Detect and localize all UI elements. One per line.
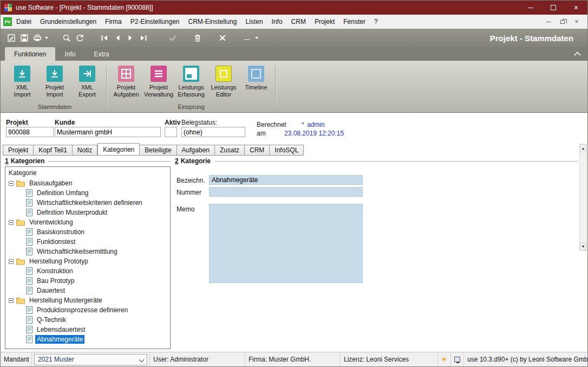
menu-item-projekt[interactable]: Projekt <box>310 16 339 28</box>
edit-button[interactable] <box>5 31 18 44</box>
close-button[interactable]: × <box>565 1 587 15</box>
projekt-aufgaben-icon <box>118 66 134 82</box>
document-icon <box>26 326 32 333</box>
theme-button[interactable]: ☀ <box>438 352 451 366</box>
bezeichn-field[interactable] <box>209 175 363 185</box>
tree-item[interactable]: Produktionsprozesse definieren <box>5 305 170 315</box>
menu-item-datei[interactable]: Datei <box>12 16 36 28</box>
print-dropdown-icon[interactable] <box>45 37 48 39</box>
left-panel-header: 1 Kategorien <box>5 157 171 165</box>
tree-expander-minus-icon[interactable] <box>9 181 14 186</box>
tab-crm[interactable]: CRM <box>245 145 270 156</box>
tab-kopf-teil1[interactable]: Kopf Teil1 <box>34 145 72 156</box>
mandant-select[interactable]: 2021 Muster <box>34 354 147 365</box>
tree-item[interactable]: Basiskonstrution <box>5 227 170 237</box>
kunde-field[interactable] <box>55 127 161 137</box>
scroll-up-button[interactable]: ▲ <box>580 144 586 152</box>
refresh-button[interactable] <box>73 31 86 44</box>
scroll-down-button[interactable]: ▼ <box>580 242 586 250</box>
menu-item-hilfe[interactable]: ? <box>370 16 382 28</box>
tree-item[interactable]: Herstellung Mustergeräte <box>5 295 170 305</box>
tab-beteiligte[interactable]: Beteiligte <box>140 145 177 156</box>
tree-item[interactable]: Vorentwicklung <box>5 217 170 227</box>
right-panel-header-number: 2 <box>175 157 179 165</box>
projekt-field-label: Projekt <box>6 119 28 126</box>
tree-column-header[interactable]: Kategorie <box>5 167 170 178</box>
menu-item-firma[interactable]: Firma <box>101 16 126 28</box>
vertical-scrollbar[interactable]: ▲ ▼ <box>579 144 587 251</box>
menu-item-listen[interactable]: Listen <box>241 16 267 28</box>
tree-item[interactable]: Herstellung Prototyp <box>5 256 170 266</box>
tree-item[interactable]: Wirtschaftlichkeitsermittlung <box>5 247 170 256</box>
nav-first-icon <box>100 33 109 43</box>
menu-item-p2-einstellungen[interactable]: P2-Einstellungen <box>126 16 184 28</box>
ribbon-tab-info[interactable]: Info <box>55 47 84 61</box>
document-icon <box>26 267 32 275</box>
tree-expander-minus-icon[interactable] <box>9 259 14 264</box>
mdi-minimize-button[interactable] <box>543 17 554 26</box>
print-button[interactable] <box>31 31 44 44</box>
tree-item[interactable]: Q-Technik <box>5 315 170 325</box>
xml-export-button[interactable]: XML Export <box>72 64 102 98</box>
zoom-button[interactable] <box>60 31 73 44</box>
ribbon-button-label: Projekt Verwaltung <box>144 84 173 98</box>
ribbon-button-label: Projekt Aufgaben <box>113 84 139 98</box>
mdi-restore-button[interactable] <box>557 17 568 26</box>
nav-next-button[interactable] <box>124 31 137 44</box>
tab-projekt[interactable]: Projekt <box>3 145 34 156</box>
pv-app-badge[interactable]: PV <box>3 17 12 26</box>
leistungs-erfassung-button[interactable]: Leistungs Erfassung <box>176 64 206 98</box>
timeline-button[interactable]: Timeline <box>241 64 271 91</box>
menu-item-grundeinstellungen[interactable]: Grundeinstellungen <box>36 16 101 28</box>
tab-kategorien[interactable]: Kategorien <box>97 143 140 156</box>
tree-item[interactable]: Funktionstest <box>5 237 170 247</box>
cancel-button[interactable] <box>216 31 229 44</box>
tree-item[interactable]: Definition Musterprodukt <box>5 208 170 217</box>
ribbon-tab-funktionen[interactable]: Funktionen <box>5 47 55 61</box>
nav-last-button[interactable] <box>137 31 150 44</box>
tree-item[interactable]: Bau Prototyp <box>5 276 170 286</box>
more-dropdown-icon[interactable] <box>255 37 258 39</box>
projekt-field[interactable] <box>6 127 54 137</box>
tab-notiz[interactable]: Notiz <box>73 145 97 156</box>
nummer-field[interactable] <box>209 187 363 197</box>
xml-import-button[interactable]: XML Import <box>7 64 37 98</box>
page-tabstrip: Projekt Kopf Teil1 Notiz Kategorien Bete… <box>1 143 579 156</box>
tab-aufgaben[interactable]: Aufgaben <box>177 145 215 156</box>
scroll-track[interactable] <box>580 152 586 242</box>
tree-item[interactable]: Basisaufgaben <box>5 178 170 188</box>
projekt-verwaltung-button[interactable]: Projekt Verwaltung <box>143 64 174 98</box>
ribbon-tab-extra[interactable]: Extra <box>84 47 118 61</box>
projekt-aufgaben-button[interactable]: Projekt Aufgaben <box>111 64 141 98</box>
nav-first-button[interactable] <box>98 31 111 44</box>
tab-zusatz[interactable]: Zusatz <box>215 145 245 156</box>
display-button[interactable] <box>451 352 464 366</box>
tree-expander-minus-icon[interactable] <box>9 220 14 225</box>
aktiv-field[interactable] <box>165 127 177 137</box>
tree-item[interactable]: Abnahmegeräte <box>5 334 170 344</box>
tree-item[interactable]: Lebensdauertest <box>5 325 170 334</box>
tree-item[interactable]: Definition Umfang <box>5 188 170 198</box>
tree-item[interactable]: Konstruktion <box>5 266 170 276</box>
belegstatus-field[interactable] <box>181 127 245 137</box>
ribbon-collapse-chevron-icon[interactable] <box>575 51 580 56</box>
projekt-import-button[interactable]: Projekt Import <box>40 64 70 98</box>
menu-item-fenster[interactable]: Fenster <box>339 16 370 28</box>
tree-item[interactable]: Dauertest <box>5 286 170 295</box>
delete-button[interactable] <box>191 31 204 44</box>
menu-item-info[interactable]: Info <box>267 16 287 28</box>
tree-item[interactable]: Wirtschaftlichkeitskriterien definieren <box>5 198 170 208</box>
maximize-button[interactable] <box>542 1 565 15</box>
mdi-close-button[interactable]: × <box>571 17 582 26</box>
tab-infosql[interactable]: InfoSQL <box>270 145 304 156</box>
menu-item-crm[interactable]: CRM <box>287 16 310 28</box>
tree-expander-minus-icon[interactable] <box>9 298 14 303</box>
nav-prev-button[interactable] <box>111 31 124 44</box>
leistungs-editor-button[interactable]: Leistungs Editor <box>208 64 239 98</box>
minimize-button[interactable] <box>519 1 542 15</box>
memo-field[interactable] <box>209 204 363 283</box>
menu-item-crm-einstellung[interactable]: CRM-Einstellung <box>184 16 241 28</box>
more-button[interactable]: … <box>241 31 254 44</box>
save-button[interactable] <box>18 31 31 44</box>
document-icon <box>26 336 32 343</box>
